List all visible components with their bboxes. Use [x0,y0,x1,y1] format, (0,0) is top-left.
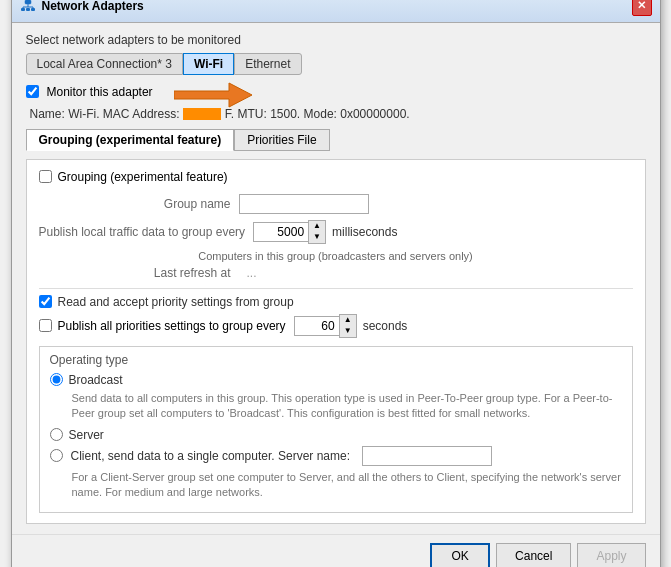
close-button[interactable]: ✕ [632,0,652,16]
publish-spin-buttons: ▲ ▼ [308,220,326,244]
publish-traffic-row: Publish local traffic data to group ever… [39,220,633,244]
apply-button[interactable]: Apply [577,543,645,567]
publish-priority-label: Publish all priorities settings to group… [58,319,286,333]
mac-suffix: F. [225,107,234,121]
arrow-annotation [174,81,254,109]
tab-ethernet[interactable]: Ethernet [234,53,301,75]
last-refresh-row: Last refresh at ... [39,266,633,280]
broadcast-label: Broadcast [69,373,123,387]
group-name-label: Group name [39,197,239,211]
grouping-checkbox[interactable] [39,170,52,183]
monitor-label: Monitor this adapter [47,85,153,99]
group-name-row: Group name [39,194,633,214]
operating-type-title: Operating type [50,353,622,367]
read-priority-checkbox[interactable] [39,295,52,308]
priority-value-input[interactable] [294,316,339,336]
title-bar: Network Adapters ✕ [12,0,660,23]
mode-value: 0x00000000. [340,107,409,121]
svg-rect-2 [26,8,30,11]
publish-priority-checkbox[interactable] [39,319,52,332]
mac-label: MAC Address: [103,107,180,121]
client-radio[interactable] [50,449,63,462]
name-value: Wi-Fi. [68,107,99,121]
svg-rect-0 [25,0,31,4]
publish-priority-row: Publish all priorities settings to group… [39,314,633,338]
operating-type-box: Operating type Broadcast Send data to al… [39,346,633,514]
client-desc: For a Client-Server group set one comput… [50,470,622,501]
client-label: Client, send data to a single computer. … [71,449,351,463]
sub-tabs: Grouping (experimental feature) Prioriti… [26,129,646,151]
broadcast-desc: Send data to all computers in this group… [50,391,622,422]
publish-value-input[interactable] [253,222,308,242]
grouping-label: Grouping (experimental feature) [58,170,228,184]
server-row: Server [50,428,622,442]
name-label: Name: [30,107,65,121]
priority-spin-buttons: ▲ ▼ [339,314,357,338]
last-refresh-label: Last refresh at [39,266,239,280]
window-title: Network Adapters [42,0,144,13]
read-priority-label: Read and accept priority settings from g… [58,295,294,309]
monitor-checkbox[interactable] [26,85,39,98]
broadcast-row: Broadcast [50,373,622,387]
main-content: Select network adapters to be monitored … [12,23,660,535]
network-icon [20,0,36,14]
mode-label: Mode: [304,107,337,121]
mac-value [183,108,222,120]
adapter-info-row: Name: Wi-Fi. MAC Address: F. MTU: 1500. … [26,107,646,121]
grouping-panel: Grouping (experimental feature) Group na… [26,159,646,525]
publish-label: Publish local traffic data to group ever… [39,225,254,239]
bottom-bar: OK Cancel Apply [12,534,660,567]
network-adapters-window: Network Adapters ✕ Select network adapte… [11,0,661,567]
priority-spin-down[interactable]: ▼ [340,326,356,337]
mtu-label: MTU: [238,107,267,121]
priority-spin-up[interactable]: ▲ [340,315,356,326]
adapter-tabs: Local Area Connection* 3 Wi-Fi Ethernet [26,53,646,75]
divider1 [39,288,633,289]
last-refresh-value: ... [247,266,257,280]
read-priority-row: Read and accept priority settings from g… [39,295,633,309]
tab-wifi[interactable]: Wi-Fi [183,53,234,75]
svg-rect-3 [31,8,35,11]
group-name-input[interactable] [239,194,369,214]
priority-unit: seconds [363,319,408,333]
select-label: Select network adapters to be monitored [26,33,646,47]
publish-spin-down[interactable]: ▼ [309,232,325,243]
ok-button[interactable]: OK [430,543,490,567]
priority-spin: ▲ ▼ [294,314,357,338]
grouping-feature-row: Grouping (experimental feature) [39,170,633,184]
server-radio[interactable] [50,428,63,441]
cancel-button[interactable]: Cancel [496,543,571,567]
publish-spin-up[interactable]: ▲ [309,221,325,232]
sub-tab-priorities[interactable]: Priorities File [234,129,329,151]
server-label: Server [69,428,104,442]
sub-tab-grouping[interactable]: Grouping (experimental feature) [26,129,235,151]
title-bar-left: Network Adapters [20,0,144,14]
publish-spin: ▲ ▼ [253,220,326,244]
svg-rect-1 [21,8,25,11]
server-name-input[interactable] [362,446,492,466]
tab-local-area[interactable]: Local Area Connection* 3 [26,53,183,75]
mtu-value: 1500. [270,107,300,121]
broadcast-radio[interactable] [50,373,63,386]
svg-marker-8 [174,83,252,107]
monitor-row: Monitor this adapter [26,85,646,99]
client-row: Client, send data to a single computer. … [50,446,622,466]
publish-unit: milliseconds [332,225,397,239]
computers-info: Computers in this group (broadcasters an… [39,250,633,262]
